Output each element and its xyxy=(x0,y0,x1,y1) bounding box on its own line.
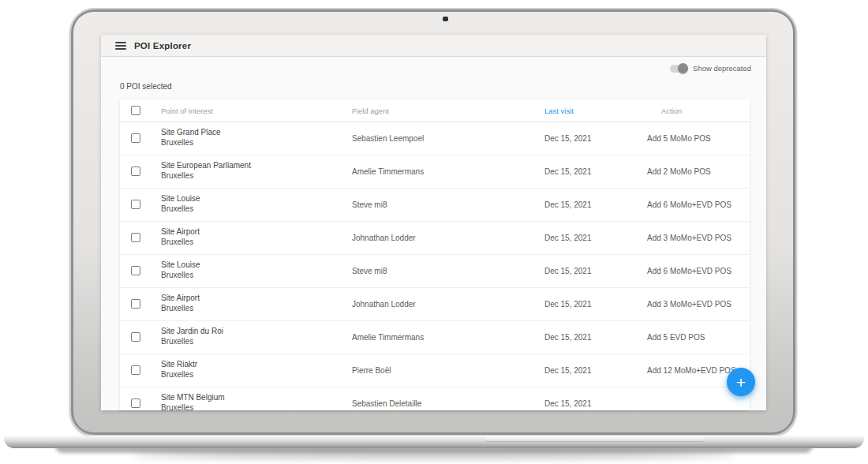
table-body: Site Grand Place Bruxelles Sebastien Lee… xyxy=(120,122,750,410)
toggle-knob-icon xyxy=(678,63,688,73)
poi-cell: Site Grand Place Bruxelles xyxy=(161,128,221,148)
poi-cell: Site Louise Bruxelles xyxy=(161,260,200,280)
table-row[interactable]: Site Airport Bruxelles Johnathan Lodder … xyxy=(120,288,750,321)
row-checkbox[interactable] xyxy=(131,200,140,209)
poi-city: Bruxelles xyxy=(161,304,200,314)
agent-cell: Steve mi8 xyxy=(352,255,387,287)
action-cell: Add 3 MoMo+EVD POS xyxy=(647,288,731,320)
table-row[interactable]: Site MTN Belgium Bruxelles Sebastien Del… xyxy=(120,387,750,410)
table-row[interactable]: Site Airport Bruxelles Johnathan Lodder … xyxy=(120,222,750,255)
agent-cell: Sebastien Deletaille xyxy=(352,387,421,410)
row-checkbox[interactable] xyxy=(131,233,140,242)
table-row[interactable]: Site Jardin du Roi Bruxelles Amelie Timm… xyxy=(120,321,750,354)
row-checkbox[interactable] xyxy=(131,332,140,342)
table-header-row: Point of interest Field agent Last visit… xyxy=(120,99,750,122)
last-visit-cell: Dec 15, 2021 xyxy=(544,288,592,320)
add-poi-button[interactable]: + xyxy=(727,368,755,396)
poi-name: Site European Parliament xyxy=(161,161,251,171)
last-visit-cell: Dec 15, 2021 xyxy=(544,222,592,254)
poi-name: Site Louise xyxy=(161,194,200,204)
last-visit-cell: Dec 15, 2021 xyxy=(544,189,592,221)
poi-city: Bruxelles xyxy=(161,171,251,181)
poi-name: Site Jardin du Roi xyxy=(161,327,223,337)
action-cell: Add 12 MoMo+EVD POS xyxy=(647,354,736,387)
poi-city: Bruxelles xyxy=(161,238,200,248)
last-visit-cell: Dec 15, 2021 xyxy=(544,354,592,387)
last-visit-cell: Dec 15, 2021 xyxy=(544,387,592,410)
poi-table: Point of interest Field agent Last visit… xyxy=(120,99,750,410)
last-visit-cell: Dec 15, 2021 xyxy=(544,122,592,155)
show-deprecated-toggle[interactable] xyxy=(670,65,687,73)
action-cell: Add 6 MoMo+EVD POS xyxy=(647,255,731,287)
select-all-checkbox[interactable] xyxy=(131,106,140,115)
poi-name: Site Louise xyxy=(161,260,200,271)
poi-cell: Site European Parliament Bruxelles xyxy=(161,161,251,181)
last-visit-cell: Dec 15, 2021 xyxy=(544,155,592,188)
action-cell: Add 5 MoMo POS xyxy=(647,122,711,155)
app-toolbar: POI Explorer xyxy=(101,35,766,57)
agent-cell: Pierre Boël xyxy=(352,354,391,387)
column-header-poi[interactable]: Point of interest xyxy=(161,107,213,115)
show-deprecated-label: Show deprecated xyxy=(693,64,751,73)
agent-cell: Amelie Timmermans xyxy=(352,321,424,354)
page-title: POI Explorer xyxy=(134,41,191,51)
last-visit-cell: Dec 15, 2021 xyxy=(544,321,592,354)
row-checkbox[interactable] xyxy=(131,133,140,143)
row-checkbox[interactable] xyxy=(131,299,140,309)
row-checkbox[interactable] xyxy=(131,365,140,375)
webcam-icon xyxy=(443,17,448,21)
agent-cell: Johnathan Lodder xyxy=(352,222,416,254)
row-checkbox[interactable] xyxy=(131,266,140,275)
poi-name: Site Riaktr xyxy=(161,360,197,370)
poi-city: Bruxelles xyxy=(161,271,200,281)
action-cell: Add 6 MoMo+EVD POS xyxy=(647,189,731,221)
selected-count-label: 0 POI selected xyxy=(120,82,172,91)
poi-city: Bruxelles xyxy=(161,337,223,347)
row-checkbox[interactable] xyxy=(131,167,140,176)
poi-name: Site MTN Belgium xyxy=(161,393,225,403)
poi-cell: Site Jardin du Roi Bruxelles xyxy=(161,327,223,346)
table-row[interactable]: Site Louise Bruxelles Steve mi8 Dec 15, … xyxy=(120,189,750,222)
poi-city: Bruxelles xyxy=(161,403,225,411)
app-window: POI Explorer 0 POI selected Show depreca… xyxy=(101,35,766,410)
poi-cell: Site Riaktr Bruxelles xyxy=(161,360,197,380)
poi-cell: Site Airport Bruxelles xyxy=(161,294,200,313)
action-cell: Add 5 EVD POS xyxy=(647,321,705,354)
poi-cell: Site Airport Bruxelles xyxy=(161,227,200,247)
poi-city: Bruxelles xyxy=(161,370,197,380)
table-row[interactable]: Site European Parliament Bruxelles Ameli… xyxy=(120,155,750,189)
show-deprecated-control: Show deprecated xyxy=(670,64,751,73)
row-checkbox[interactable] xyxy=(131,399,140,408)
poi-city: Bruxelles xyxy=(161,138,221,148)
table-row[interactable]: Site Grand Place Bruxelles Sebastien Lee… xyxy=(120,122,750,155)
poi-name: Site Airport xyxy=(161,294,200,304)
action-cell: Add 3 MoMo+EVD POS xyxy=(647,222,731,254)
table-row[interactable]: Site Riaktr Bruxelles Pierre Boël Dec 15… xyxy=(120,354,750,387)
agent-cell: Johnathan Lodder xyxy=(352,288,416,320)
action-cell: Add 2 MoMo POS xyxy=(647,155,711,188)
poi-name: Site Grand Place xyxy=(161,128,221,138)
column-header-last-visit[interactable]: Last visit xyxy=(544,107,574,115)
column-header-agent[interactable]: Field agent xyxy=(352,107,389,115)
menu-icon[interactable] xyxy=(115,42,126,50)
poi-cell: Site MTN Belgium Bruxelles xyxy=(161,393,225,410)
last-visit-cell: Dec 15, 2021 xyxy=(544,255,592,287)
table-row[interactable]: Site Louise Bruxelles Steve mi8 Dec 15, … xyxy=(120,255,750,288)
laptop-base xyxy=(4,436,864,448)
screenshot-stage: POI Explorer 0 POI selected Show depreca… xyxy=(0,0,868,464)
laptop-thumb-groove xyxy=(485,436,705,442)
poi-city: Bruxelles xyxy=(161,204,200,215)
agent-cell: Steve mi8 xyxy=(352,189,387,221)
column-header-action[interactable]: Action xyxy=(661,107,682,115)
agent-cell: Amelie Timmermans xyxy=(352,155,424,188)
agent-cell: Sebastien Leempoel xyxy=(352,122,424,155)
poi-cell: Site Louise Bruxelles xyxy=(161,194,200,214)
poi-name: Site Airport xyxy=(161,227,200,238)
